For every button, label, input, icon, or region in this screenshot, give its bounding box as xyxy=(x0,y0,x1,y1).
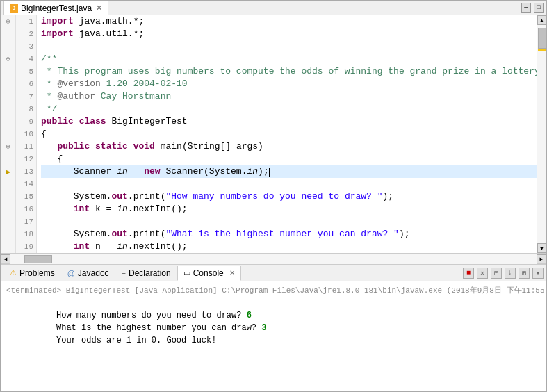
code-line-3 xyxy=(41,40,537,53)
remove-button[interactable]: ✕ xyxy=(477,268,488,279)
code-line-14 xyxy=(41,178,537,190)
margin-4: ⊖ xyxy=(1,53,15,65)
code-line-17 xyxy=(41,215,537,228)
scroll-left-button[interactable]: ◀ xyxy=(1,254,10,264)
problems-label: Problems xyxy=(19,268,55,278)
ln-2: 2 xyxy=(16,28,36,40)
tab-declaration[interactable]: ≡ Declaration xyxy=(115,266,177,281)
code-line-13: Scanner in = new Scanner(System.in); xyxy=(41,165,537,178)
console-input-1: 6 xyxy=(247,311,252,320)
panel-tabs: ⚠ Problems @ Javadoc ≡ Declaration ▭ Con… xyxy=(1,265,546,281)
bottom-panel: ⚠ Problems @ Javadoc ≡ Declaration ▭ Con… xyxy=(1,263,546,392)
ln-7: 7 xyxy=(16,90,36,103)
ln-9: 9 xyxy=(16,115,36,128)
line-numbers: 1 2 3 4 5 6 7 8 9 10 11 12 13 14 15 16 1… xyxy=(16,15,37,253)
code-line-11: public static void main(String[] args) xyxy=(41,140,537,153)
scroll-up-button[interactable]: ▲ xyxy=(537,15,547,25)
margin-18 xyxy=(1,228,15,240)
code-line-7: * @author Cay Horstmann xyxy=(41,90,537,103)
ln-3: 3 xyxy=(16,40,36,53)
console-text-2: What is the highest number you can draw? xyxy=(56,323,261,333)
margin-2 xyxy=(1,28,15,40)
margin-12 xyxy=(1,153,15,165)
margin-8 xyxy=(1,103,15,115)
horizontal-scrollbar[interactable]: ◀ ▶ xyxy=(1,254,546,263)
editor-tab[interactable]: J BigIntegerTest.java ✕ xyxy=(3,1,108,15)
tab-javadoc[interactable]: @ Javadoc xyxy=(61,266,115,281)
code-line-8: */ xyxy=(41,103,537,115)
tab-console[interactable]: ▭ Console ✕ xyxy=(177,266,241,281)
javadoc-icon: @ xyxy=(67,269,75,277)
console-terminated-line: <terminated> BigIntegerTest [Java Applic… xyxy=(6,284,541,297)
ln-14: 14 xyxy=(16,178,36,190)
code-line-12: { xyxy=(41,153,537,165)
scroll-lock-button[interactable]: ↓ xyxy=(505,268,516,279)
code-line-6: * @version 1.20 2004-02-10 xyxy=(41,78,537,90)
console-text-3: Your odds are 1 in 0. Good luck! xyxy=(56,336,216,345)
ln-8: 8 xyxy=(16,103,36,115)
left-margin: ⊖ ⊖ ⊖ ▶ xyxy=(1,15,16,253)
code-line-19: int n = in.nextInt(); xyxy=(41,240,537,253)
declaration-label: Declaration xyxy=(129,268,171,278)
tab-problems[interactable]: ⚠ Problems xyxy=(3,266,61,281)
margin-3 xyxy=(1,40,15,53)
ln-19: 19 xyxy=(16,240,36,253)
ide-window: J BigIntegerTest.java ✕ — □ ⊖ ⊖ xyxy=(0,0,547,392)
console-output-1: How many numbers do you need to draw? 6 xyxy=(6,297,541,309)
clear-button[interactable]: ⊟ xyxy=(491,268,502,279)
maximize-button[interactable]: □ xyxy=(534,3,544,13)
code-line-4: /** xyxy=(41,53,537,65)
console-text-1: How many numbers do you need to draw? xyxy=(56,311,247,320)
margin-1: ⊖ xyxy=(1,15,15,28)
code-line-2: import java.util.*; xyxy=(41,28,537,40)
stop-button[interactable]: ■ xyxy=(463,268,474,279)
tab-close-icon[interactable]: ✕ xyxy=(96,3,102,13)
scroll-down-button[interactable]: ▼ xyxy=(537,243,547,253)
ln-17: 17 xyxy=(16,215,36,228)
margin-5 xyxy=(1,65,15,78)
hscroll-track[interactable] xyxy=(10,254,537,264)
scroll-thumb[interactable] xyxy=(538,28,546,49)
console-label: Console xyxy=(193,268,224,278)
code-line-18: System.out.print("What is the highest nu… xyxy=(41,228,537,240)
ln-1: 1 xyxy=(16,15,36,28)
vertical-scrollbar[interactable]: ▲ ▼ xyxy=(537,15,546,253)
console-close-icon[interactable]: ✕ xyxy=(229,269,235,277)
margin-14 xyxy=(1,178,15,190)
code-line-10: { xyxy=(41,128,537,140)
margin-10 xyxy=(1,128,15,140)
code-line-16: int k = in.nextInt(); xyxy=(41,203,537,215)
ln-16: 16 xyxy=(16,203,36,215)
editor-container: ⊖ ⊖ ⊖ ▶ 1 xyxy=(1,15,546,392)
scroll-position-indicator xyxy=(538,49,546,51)
margin-7 xyxy=(1,90,15,103)
menu-button[interactable]: ▾ xyxy=(532,268,544,279)
declaration-icon: ≡ xyxy=(122,269,126,277)
code-line-1: import java.math.*; xyxy=(41,15,537,28)
code-line-15: System.out.print("How many numbers do yo… xyxy=(41,190,537,203)
ln-12: 12 xyxy=(16,153,36,165)
margin-11: ⊖ xyxy=(1,140,15,153)
margin-16 xyxy=(1,203,15,215)
console-content: <terminated> BigIntegerTest [Java Applic… xyxy=(1,281,546,392)
margin-6 xyxy=(1,78,15,90)
console-input-2: 3 xyxy=(261,323,266,333)
pin-button[interactable]: ⊞ xyxy=(519,268,530,279)
javadoc-label: Javadoc xyxy=(78,268,109,278)
margin-9 xyxy=(1,115,15,128)
scroll-track[interactable] xyxy=(537,25,547,243)
code-line-5: * This program uses big numbers to compu… xyxy=(41,65,537,78)
ln-4: 4 xyxy=(16,53,36,65)
minimize-button[interactable]: — xyxy=(521,3,531,13)
console-icon: ▭ xyxy=(183,268,190,277)
margin-13-arrow: ▶ xyxy=(1,165,15,178)
window-controls: — □ xyxy=(521,3,544,13)
scroll-right-button[interactable]: ▶ xyxy=(537,254,546,264)
ln-6: 6 xyxy=(16,78,36,90)
margin-15 xyxy=(1,190,15,203)
code-area[interactable]: import java.math.*; import java.util.*; … xyxy=(37,15,537,253)
ln-15: 15 xyxy=(16,190,36,203)
hscroll-thumb[interactable] xyxy=(24,255,52,263)
margin-19 xyxy=(1,240,15,253)
ln-10: 10 xyxy=(16,128,36,140)
